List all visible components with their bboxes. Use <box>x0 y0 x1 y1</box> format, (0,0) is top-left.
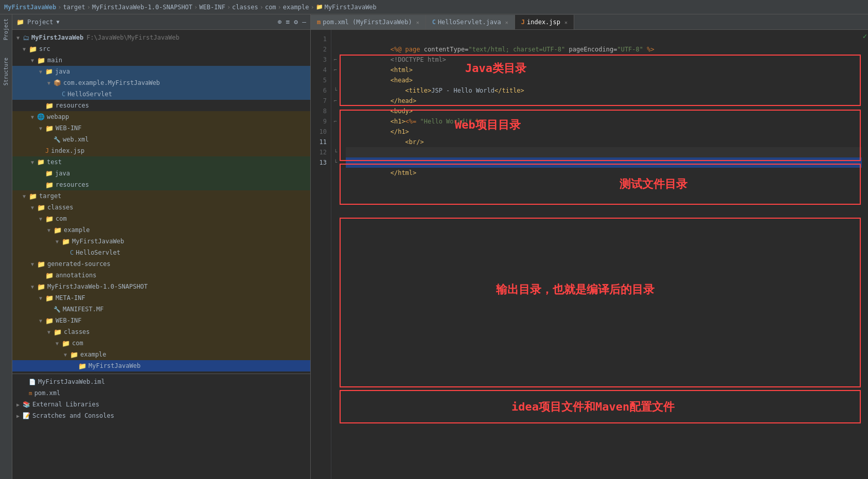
code-line-2: <!DOCTYPE html> <box>346 44 862 55</box>
tree-item-snapshot[interactable]: ▼ 📁 MyFirstJavaWeb-1.0-SNAPSHOT <box>12 281 310 292</box>
breadcrumb-webinf[interactable]: WEB-INF <box>199 4 225 11</box>
tree-item-mfjw-compiled[interactable]: ▼ 📁 MyFirstJavaWeb <box>12 236 310 247</box>
tree-item-mfjw-selected[interactable]: ▶ 📁 MyFirstJavaWeb <box>12 360 310 371</box>
ln-8: 8 <box>311 106 331 116</box>
project-tab-btn[interactable]: Project <box>2 15 10 43</box>
breadcrumb-project[interactable]: MyFirstJavaWeb <box>4 4 56 11</box>
tree-item-helloservlet-compiled[interactable]: ▶ C HelloServlet <box>12 247 310 258</box>
code-line-5: <title>JSP - Hello World</title> <box>346 75 862 85</box>
folder-icon-com-webinf: 📁 <box>62 340 70 347</box>
folder-icon-main: 📁 <box>37 57 45 64</box>
tree-item-manifest[interactable]: ▶ 🔧 MANIFEST.MF <box>12 304 310 315</box>
tab-index[interactable]: J index.jsp ✕ <box>515 15 574 29</box>
fold-7[interactable]: ⌐ <box>331 96 340 106</box>
test-java-icon: 📁 <box>45 170 53 177</box>
ln-6: 6 <box>311 85 331 96</box>
fold-5 <box>331 75 340 85</box>
tree-item-test[interactable]: ▼ 📁 test <box>12 156 310 168</box>
tree-path: F:\JavaWeb\MyFirstJavaWeb <box>86 34 180 41</box>
breadcrumb-classes[interactable]: classes <box>232 4 258 11</box>
breadcrumb-myfirstjavaweb[interactable]: MyFirstJavaWeb <box>325 4 377 11</box>
folder-icon-webinf: 📁 <box>45 125 54 132</box>
code-lines-container: 1 2 3 4 5 6 7 8 9 10 11 12 13 <box>311 30 868 479</box>
right-gutter: ✓ <box>862 30 868 479</box>
fold-9[interactable]: ⌐ <box>331 116 340 127</box>
folder-icon-target: 📁 <box>29 192 37 200</box>
structure-tab-btn[interactable]: Structure <box>2 55 10 88</box>
tree-item-java-test[interactable]: ▶ 📁 java <box>12 168 310 179</box>
code-body[interactable]: <%@ page contentType="text/html; charset… <box>340 30 862 479</box>
breadcrumb-snapshot[interactable]: MyFirstJavaWeb-1.0-SNAPSHOT <box>92 4 192 11</box>
tree-item-example-classes[interactable]: ▼ 📁 example <box>12 224 310 236</box>
code-line-8: <h1><%= "Hello World!" %> <box>346 106 862 116</box>
hello-tab-close[interactable]: ✕ <box>505 20 508 25</box>
ln-1: 1 <box>311 34 331 44</box>
tree-item-com-classes[interactable]: ▼ 📁 com <box>12 213 310 224</box>
tree-item-helloservlet-src[interactable]: ▶ C HelloServlet <box>12 88 310 100</box>
fold-12[interactable]: └ <box>331 147 340 157</box>
tree-item-annotations[interactable]: ▶ 📁 annotations <box>12 270 310 281</box>
fold-13[interactable]: └ <box>331 157 340 168</box>
fold-2 <box>331 44 340 55</box>
webapp-icon: 🌐 <box>37 113 45 120</box>
code-editor[interactable]: 1 2 3 4 5 6 7 8 9 10 11 12 13 <box>311 30 868 479</box>
ln-9: 9 <box>311 116 331 127</box>
code-line-4: <head> <box>346 65 862 75</box>
pom-tab-label: pom.xml (MyFirstJavaWeb) <box>323 19 412 26</box>
index-tab-close[interactable]: ✕ <box>564 20 568 25</box>
locate-icon[interactable]: ⊕ <box>278 18 282 26</box>
breadcrumb-target[interactable]: target <box>63 4 85 11</box>
tab-pom[interactable]: m pom.xml (MyFirstJavaWeb) ✕ <box>311 15 426 29</box>
tree-item-webapp[interactable]: ▼ 🌐 webapp <box>12 111 310 122</box>
tree-item-root[interactable]: ▼ 🗂 MyFirstJavaWeb F:\JavaWeb\MyFirstJav… <box>12 32 310 43</box>
tree-item-pkg[interactable]: ▼ 📦 com.example.MyFirstJavaWeb <box>12 77 310 88</box>
tree-item-java-src[interactable]: ▼ 📁 java <box>12 66 310 77</box>
tree-item-iml[interactable]: ▶ 📄 MyFirstJavaWeb.iml <box>12 376 310 387</box>
tree-item-src[interactable]: ▼ 📁 src <box>12 43 310 55</box>
ln-10: 10 <box>311 127 331 137</box>
pom-tab-close[interactable]: ✕ <box>416 20 419 25</box>
ln-5: 5 <box>311 75 331 85</box>
fold-6[interactable]: └ <box>331 85 340 96</box>
tree-item-scratches[interactable]: ▶ 📝 Scratches and Consoles <box>12 410 310 421</box>
tree-item-indexjsp[interactable]: ▶ J index.jsp <box>12 145 310 156</box>
tree-item-ext-libs[interactable]: ▶ 📚 External Libraries <box>12 399 310 410</box>
iml-icon: 📄 <box>29 379 36 385</box>
breadcrumb-com[interactable]: com <box>265 4 276 11</box>
fold-1[interactable] <box>331 34 340 44</box>
folder-icon: 📁 <box>16 19 24 26</box>
hello-tab-label: HelloServlet.java <box>438 19 501 26</box>
close-panel-icon[interactable]: — <box>302 18 306 26</box>
tree-item-webinf-target[interactable]: ▼ 📁 WEB-INF <box>12 315 310 326</box>
project-title[interactable]: Project <box>27 19 54 26</box>
project-dropdown-arrow[interactable]: ▼ <box>57 19 60 25</box>
tree-item-webinf[interactable]: ▼ 📁 WEB-INF <box>12 122 310 134</box>
tree-item-resources-test[interactable]: ▶ 📁 resources <box>12 179 310 190</box>
collapse-icon[interactable]: ≡ <box>286 18 290 26</box>
tree-item-metainf[interactable]: ▼ 📁 META-INF <box>12 292 310 304</box>
folder-icon-classes-webinf: 📁 <box>54 328 62 336</box>
tree-item-target[interactable]: ▼ 📁 target <box>12 190 310 202</box>
fold-3[interactable]: ⌐ <box>331 55 340 65</box>
breadcrumb-example[interactable]: example <box>283 4 309 11</box>
tree-item-example-webinf[interactable]: ▼ 📁 example <box>12 349 310 360</box>
folder-icon-metainf: 📁 <box>45 294 54 302</box>
tab-helloservlet[interactable]: C HelloServlet.java ✕ <box>426 15 515 29</box>
code-line-1: <%@ page contentType="text/html; charset… <box>346 34 862 44</box>
fold-4[interactable]: ⌐ <box>331 65 340 75</box>
test-folder-icon: 📁 <box>37 158 45 166</box>
tree-item-pomxml[interactable]: ▶ m pom.xml <box>12 387 310 399</box>
folder-icon-com: 📁 <box>45 215 54 223</box>
tree-item-main[interactable]: ▼ 📁 main <box>12 55 310 66</box>
tree-item-resources-main[interactable]: ▶ 📁 resources <box>12 100 310 111</box>
tree-item-webxml[interactable]: ▶ 🔧 web.xml <box>12 134 310 145</box>
tree-item-com-webinf[interactable]: ▼ 📁 com <box>12 338 310 349</box>
pom-icon: m <box>29 390 32 397</box>
tree-item-classes[interactable]: ▼ 📁 classes <box>12 202 310 213</box>
folder-icon-mfjw-compiled: 📁 <box>62 238 70 245</box>
index-tab-label: index.jsp <box>527 19 560 26</box>
tree-item-classes-webinf[interactable]: ▼ 📁 classes <box>12 326 310 338</box>
settings-icon[interactable]: ⚙ <box>294 18 298 26</box>
tree-item-generated-sources[interactable]: ▼ 📁 generated-sources <box>12 258 310 270</box>
folder-icon-generated: 📁 <box>37 260 45 268</box>
